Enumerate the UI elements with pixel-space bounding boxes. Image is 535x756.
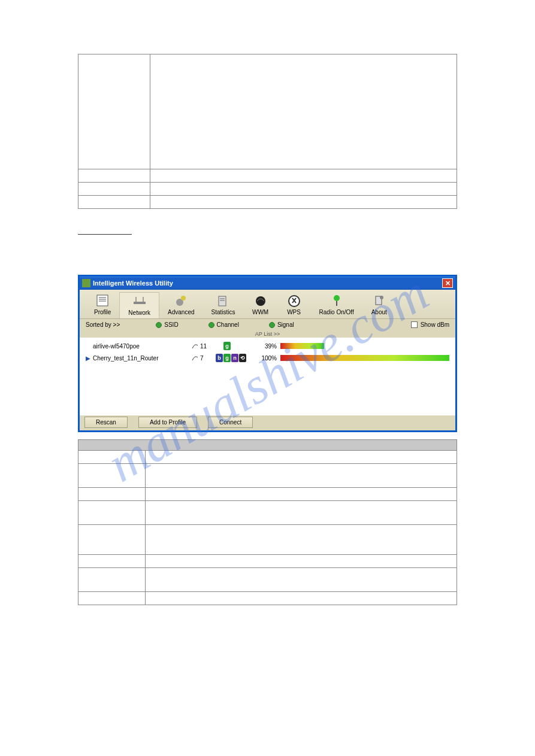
sort-option-label: SSID <box>164 321 178 328</box>
rescan-button[interactable]: Rescan <box>84 417 128 428</box>
toolbar-label: Statistics <box>211 309 235 315</box>
channel-icon <box>192 342 199 350</box>
svg-rect-9 <box>219 296 226 306</box>
network-icon <box>131 294 148 308</box>
channel-icon <box>192 354 199 362</box>
toolbar-label: Advanced <box>168 309 194 315</box>
title-bar: Intelligent Wireless Utility ✕ <box>80 277 455 290</box>
show-dbm-checkbox[interactable]: Show dBm <box>411 321 449 328</box>
toolbar-label: Network <box>128 309 150 316</box>
mode-g-icon: g <box>223 342 231 350</box>
toolbar-item-profile[interactable]: Profile <box>86 292 119 318</box>
sort-bar: Sorted by >> SSID Channel Signal Show dB… <box>80 319 455 330</box>
ap-list: airlive-wl5470poe 11 g 39% ▶ Cherry_test… <box>80 338 455 415</box>
ap-signal <box>280 355 449 361</box>
ap-pct: 100% <box>259 355 280 362</box>
sort-option-signal[interactable]: Signal <box>269 321 294 328</box>
toolbar-label: WPS <box>287 309 301 315</box>
toolbar-item-about[interactable]: About <box>362 292 396 318</box>
ap-row[interactable]: ▶ Cherry_test_11n_Router 7 b g n ⟲ 100% <box>80 352 455 364</box>
wwm-icon <box>252 293 269 308</box>
mode-g-icon: g <box>223 354 231 362</box>
about-icon <box>371 293 388 308</box>
ap-ssid: Cherry_test_11n_Router <box>93 355 192 362</box>
top-table <box>78 54 457 209</box>
radio-icon <box>328 293 345 308</box>
radio-icon <box>269 322 275 328</box>
ap-list-header: AP List >> <box>80 330 455 338</box>
toolbar-label: Profile <box>94 309 111 315</box>
sort-option-label: Channel <box>217 321 239 328</box>
sort-label: Sorted by >> <box>86 321 120 328</box>
wps-icon <box>286 293 303 308</box>
mode-w-icon: ⟲ <box>239 354 246 362</box>
ap-channel: 11 <box>192 342 216 350</box>
svg-rect-4 <box>134 302 146 304</box>
svg-point-14 <box>334 295 340 301</box>
section-header <box>78 233 132 235</box>
profile-icon <box>94 293 111 308</box>
toolbar-item-wwm[interactable]: WWM <box>244 292 277 318</box>
toolbar: Profile Network Advanced Statistics <box>80 290 455 319</box>
svg-point-8 <box>181 296 186 300</box>
app-icon <box>82 279 90 287</box>
radio-icon <box>156 322 162 328</box>
ap-marker-selected-icon: ▶ <box>86 355 93 362</box>
bottom-table <box>78 439 457 605</box>
add-to-profile-button[interactable]: Add to Profile <box>138 417 197 428</box>
button-bar: Rescan Add to Profile Connect <box>80 415 455 430</box>
toolbar-label: About <box>371 309 387 315</box>
toolbar-item-radio[interactable]: Radio On/Off <box>311 292 362 318</box>
sort-option-channel[interactable]: Channel <box>208 321 239 328</box>
ap-channel: 7 <box>192 354 216 362</box>
window-title: Intelligent Wireless Utility <box>93 280 173 287</box>
ap-modes: g <box>216 342 259 350</box>
ap-modes: b g n ⟲ <box>216 354 259 362</box>
toolbar-item-advanced[interactable]: Advanced <box>159 292 202 318</box>
ap-pct: 39% <box>259 343 280 350</box>
advanced-icon <box>173 293 189 308</box>
mode-b-icon: b <box>216 354 223 362</box>
sort-option-label: Signal <box>277 321 294 328</box>
svg-rect-0 <box>97 295 108 306</box>
toolbar-item-statistics[interactable]: Statistics <box>203 292 244 318</box>
show-dbm-label: Show dBm <box>421 321 449 328</box>
radio-icon <box>208 322 214 328</box>
ap-ssid: airlive-wl5470poe <box>93 343 192 350</box>
app-window: Intelligent Wireless Utility ✕ Profile N… <box>78 275 457 432</box>
ap-row[interactable]: airlive-wl5470poe 11 g 39% <box>80 340 455 352</box>
close-icon: ✕ <box>445 280 451 287</box>
toolbar-label: Radio On/Off <box>319 309 354 315</box>
toolbar-item-wps[interactable]: WPS <box>277 292 311 318</box>
svg-point-17 <box>380 296 383 299</box>
toolbar-label: WWM <box>252 309 268 315</box>
toolbar-item-network[interactable]: Network <box>119 292 159 318</box>
close-button[interactable]: ✕ <box>442 278 453 288</box>
connect-button[interactable]: Connect <box>208 417 253 428</box>
mode-n-icon: n <box>231 354 238 362</box>
sort-option-ssid[interactable]: SSID <box>156 321 178 328</box>
checkbox-icon <box>411 321 418 328</box>
ap-signal <box>280 343 449 349</box>
statistics-icon <box>215 293 232 308</box>
